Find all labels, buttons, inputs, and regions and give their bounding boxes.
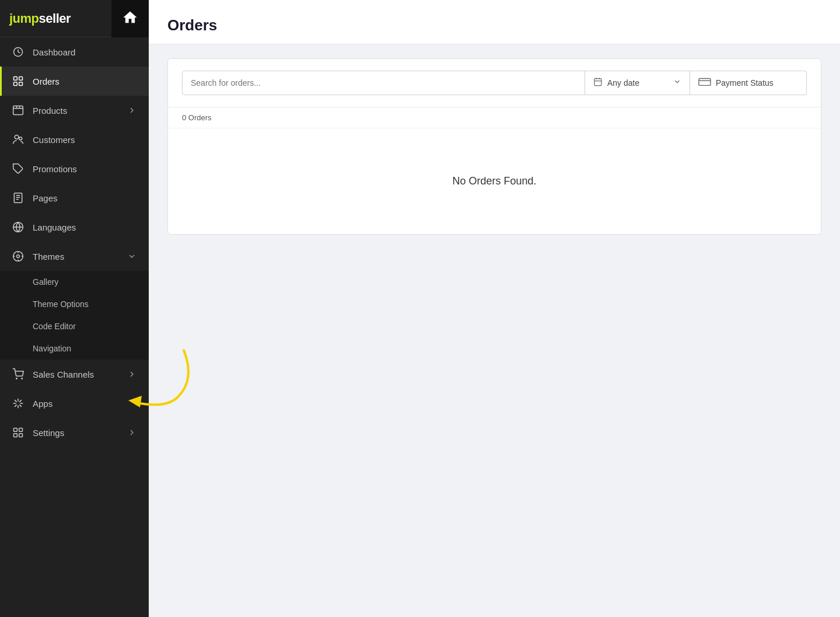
sidebar-item-orders[interactable]: Orders xyxy=(0,67,149,96)
sidebar-item-gallery[interactable]: Gallery xyxy=(0,271,149,293)
sidebar-item-label: Apps xyxy=(33,399,137,409)
sidebar-item-label: Languages xyxy=(33,222,137,232)
svg-point-13 xyxy=(16,378,18,379)
customers-icon xyxy=(12,133,24,146)
date-filter-label: Any date xyxy=(607,78,668,88)
chevron-right-icon xyxy=(127,369,137,379)
gallery-label: Gallery xyxy=(33,277,58,287)
svg-point-6 xyxy=(15,135,19,140)
themes-submenu: Gallery Theme Options Code Editor Naviga… xyxy=(0,271,149,360)
sidebar-item-themes[interactable]: Themes xyxy=(0,242,149,271)
filters-row: Any date Payment Status xyxy=(168,59,821,107)
products-icon xyxy=(12,104,24,117)
svg-rect-9 xyxy=(14,193,22,203)
svg-rect-3 xyxy=(14,82,18,86)
main-content: Orders Any date xyxy=(149,0,840,617)
dashboard-icon xyxy=(12,46,24,58)
dropdown-arrow-icon xyxy=(673,78,681,88)
sidebar-item-theme-options[interactable]: Theme Options xyxy=(0,293,149,315)
code-editor-label: Code Editor xyxy=(33,322,76,331)
promotions-icon xyxy=(12,162,24,175)
sidebar-item-languages[interactable]: Languages xyxy=(0,212,149,242)
svg-rect-19 xyxy=(594,79,601,86)
sidebar-item-customers[interactable]: Customers xyxy=(0,125,149,154)
svg-rect-1 xyxy=(14,77,18,81)
logo: jumpseller xyxy=(9,11,71,26)
pages-icon xyxy=(12,191,24,204)
sidebar-item-label: Settings xyxy=(33,428,127,438)
svg-rect-17 xyxy=(14,434,18,437)
settings-icon xyxy=(12,426,24,439)
sidebar-item-dashboard[interactable]: Dashboard xyxy=(0,37,149,67)
sidebar-item-label: Orders xyxy=(33,76,137,86)
logo-seller: seller xyxy=(39,11,71,26)
svg-point-14 xyxy=(22,378,23,379)
chevron-right-icon xyxy=(127,427,137,438)
apps-icon xyxy=(12,397,24,410)
sales-channels-icon xyxy=(12,368,24,381)
credit-card-icon xyxy=(698,77,711,89)
sidebar-item-products[interactable]: Products xyxy=(0,96,149,125)
payment-status-filter[interactable]: Payment Status xyxy=(690,71,807,95)
languages-icon xyxy=(12,221,24,233)
sidebar-item-label: Customers xyxy=(33,135,137,145)
sidebar-item-label: Products xyxy=(33,106,127,116)
sidebar-item-settings[interactable]: Settings xyxy=(0,418,149,447)
svg-rect-16 xyxy=(19,428,23,432)
orders-count: 0 Orders xyxy=(168,107,821,128)
sidebar-item-label: Dashboard xyxy=(33,47,137,57)
chevron-right-icon xyxy=(127,105,137,116)
page-title: Orders xyxy=(167,16,821,34)
logo-jump: jump xyxy=(9,11,39,26)
orders-icon xyxy=(12,75,24,88)
navigation-label: Navigation xyxy=(33,344,71,353)
svg-point-12 xyxy=(17,255,20,258)
sidebar-item-apps[interactable]: Apps xyxy=(0,389,149,418)
home-icon xyxy=(122,9,138,28)
logo-area: jumpseller xyxy=(0,11,111,26)
search-input[interactable] xyxy=(191,78,576,88)
sidebar-item-navigation[interactable]: Navigation xyxy=(0,337,149,360)
sidebar-item-code-editor[interactable]: Code Editor xyxy=(0,315,149,337)
sidebar-item-label: Themes xyxy=(33,252,127,262)
theme-options-label: Theme Options xyxy=(33,299,89,309)
svg-rect-23 xyxy=(699,79,710,86)
sidebar-header: jumpseller xyxy=(0,0,149,37)
svg-rect-5 xyxy=(13,106,23,115)
sidebar-item-pages[interactable]: Pages xyxy=(0,183,149,212)
calendar-icon xyxy=(593,77,603,89)
page-header: Orders xyxy=(149,0,840,44)
content-area: Any date Payment Status 0 Or xyxy=(149,44,840,617)
orders-panel: Any date Payment Status 0 Or xyxy=(167,58,821,235)
svg-rect-2 xyxy=(19,77,23,81)
sidebar-item-sales-channels[interactable]: Sales Channels xyxy=(0,360,149,389)
svg-rect-15 xyxy=(14,428,18,432)
empty-state: No Orders Found. xyxy=(168,128,821,234)
home-button[interactable] xyxy=(111,0,149,37)
themes-icon xyxy=(12,250,24,263)
sidebar-item-promotions[interactable]: Promotions xyxy=(0,154,149,183)
sidebar-item-label: Sales Channels xyxy=(33,369,127,379)
sidebar-item-label: Promotions xyxy=(33,164,137,174)
date-filter[interactable]: Any date xyxy=(585,71,690,95)
empty-message: No Orders Found. xyxy=(452,175,536,187)
svg-rect-4 xyxy=(19,82,23,86)
svg-point-7 xyxy=(19,137,22,140)
chevron-down-icon xyxy=(127,251,137,262)
svg-rect-18 xyxy=(19,434,23,437)
sidebar-item-label: Pages xyxy=(33,193,137,203)
search-input-wrap xyxy=(182,71,585,95)
sidebar: jumpseller Dashboard xyxy=(0,0,149,617)
payment-filter-label: Payment Status xyxy=(716,78,798,88)
